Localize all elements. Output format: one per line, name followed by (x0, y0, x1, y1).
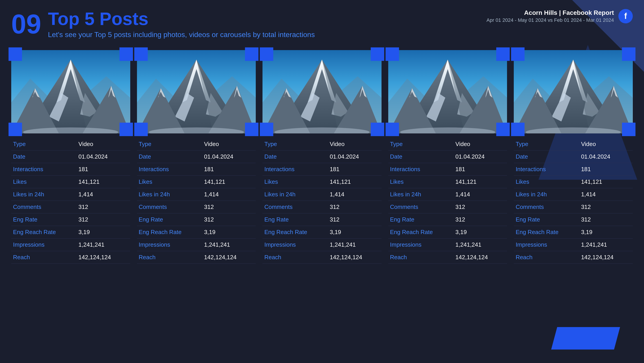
table-row: Impressions 1,241,241 (137, 238, 256, 251)
table-row: Date 01.04.2024 (388, 150, 507, 163)
table-row: Likes in 24h 1,414 (137, 188, 256, 201)
table-row: Interactions 181 (11, 163, 130, 175)
type-label: Type (514, 138, 579, 151)
post-card-4: Type Video Date 01.04.2024 Interactions … (388, 50, 507, 264)
engreachrate-value: 3,19 (76, 226, 130, 238)
post-table-3: Type Video Date 01.04.2024 Interactions … (262, 138, 382, 264)
date-value: 01.04.2024 (579, 150, 633, 163)
likes-value: 141,121 (579, 175, 633, 188)
engreachrate-value: 3,19 (202, 226, 256, 238)
header-title-block: Top 5 Posts Let's see your Top 5 posts i… (48, 9, 314, 39)
post-image-2 (137, 50, 256, 133)
table-row: Interactions 181 (388, 163, 507, 175)
type-value: Video (454, 138, 507, 151)
table-row: Reach 142,124,124 (11, 251, 130, 263)
interactions-value: 181 (202, 163, 256, 175)
table-row: Reach 142,124,124 (388, 251, 507, 263)
likes24-value: 1,414 (76, 188, 130, 201)
post-image-wrapper-3 (262, 50, 382, 133)
table-row: Likes 141,121 (11, 175, 130, 188)
engreachrate-value: 3,19 (579, 226, 633, 238)
header-dates: Apr 01 2024 - May 01 2024 vs Feb 01 2024… (486, 17, 614, 23)
table-row: Date 01.04.2024 (11, 150, 130, 163)
post-image-corner-br-3 (371, 123, 384, 136)
engrate-label: Eng Rate (137, 213, 202, 226)
date-label: Date (137, 150, 202, 163)
post-card-1: Type Video Date 01.04.2024 Interactions … (11, 50, 130, 264)
likes24-label: Likes in 24h (514, 188, 579, 201)
table-row: Eng Rate 312 (388, 213, 507, 226)
post-image-wrapper-5 (514, 50, 633, 133)
engreachrate-label: Eng Reach Rate (11, 226, 76, 238)
post-image-corner-bl-1 (8, 123, 22, 136)
reach-value: 142,124,124 (76, 251, 130, 263)
comments-label: Comments (137, 201, 202, 213)
post-image-4 (388, 50, 507, 133)
header-brand: Acorn Hills | Facebook Report (524, 9, 614, 17)
reach-label: Reach (514, 251, 579, 263)
post-table-5: Type Video Date 01.04.2024 Interactions … (514, 138, 633, 264)
type-label: Type (262, 138, 328, 151)
engrate-label: Eng Rate (11, 213, 76, 226)
post-image-1 (11, 50, 130, 133)
comments-value: 312 (328, 201, 381, 213)
impressions-label: Impressions (11, 238, 76, 251)
post-image-wrapper-1 (11, 50, 130, 133)
engreachrate-label: Eng Reach Rate (262, 226, 328, 238)
impressions-value: 1,241,241 (76, 238, 130, 251)
post-image-5 (514, 50, 633, 133)
comments-value: 312 (454, 201, 507, 213)
table-row: Eng Reach Rate 3,19 (11, 226, 130, 238)
impressions-value: 1,241,241 (579, 238, 633, 251)
table-row: Impressions 1,241,241 (514, 238, 633, 251)
date-value: 01.04.2024 (76, 150, 130, 163)
page-title: Top 5 Posts (48, 9, 314, 29)
type-label: Type (11, 138, 76, 151)
table-row: Eng Reach Rate 3,19 (262, 226, 382, 238)
likes24-value: 1,414 (328, 188, 381, 201)
table-row: Eng Reach Rate 3,19 (388, 226, 507, 238)
table-row: Comments 312 (262, 201, 382, 213)
date-value: 01.04.2024 (454, 150, 507, 163)
engreachrate-label: Eng Reach Rate (388, 226, 454, 238)
impressions-value: 1,241,241 (454, 238, 507, 251)
engreachrate-value: 3,19 (328, 226, 381, 238)
table-row: Comments 312 (11, 201, 130, 213)
interactions-value: 181 (76, 163, 130, 175)
engrate-label: Eng Rate (388, 213, 454, 226)
table-row: Eng Rate 312 (514, 213, 633, 226)
engrate-value: 312 (76, 213, 130, 226)
interactions-label: Interactions (388, 163, 454, 175)
interactions-value: 181 (579, 163, 633, 175)
page-number: 09 (11, 11, 41, 38)
post-image-corner-bl-5 (511, 123, 524, 136)
engrate-label: Eng Rate (262, 213, 328, 226)
post-image-corner-bl-3 (260, 123, 273, 136)
post-image-corner-bl-2 (134, 123, 148, 136)
likes-value: 141,121 (202, 175, 256, 188)
date-label: Date (11, 150, 76, 163)
date-value: 01.04.2024 (202, 150, 256, 163)
reach-value: 142,124,124 (454, 251, 507, 263)
interactions-label: Interactions (514, 163, 579, 175)
likes-label: Likes (137, 175, 202, 188)
likes24-value: 1,414 (579, 188, 633, 201)
type-value: Video (202, 138, 256, 151)
table-row: Reach 142,124,124 (137, 251, 256, 263)
reach-label: Reach (388, 251, 454, 263)
table-row: Impressions 1,241,241 (11, 238, 130, 251)
post-card-5: Type Video Date 01.04.2024 Interactions … (514, 50, 633, 264)
table-row: Type Video (262, 138, 382, 151)
comments-label: Comments (514, 201, 579, 213)
impressions-value: 1,241,241 (328, 238, 381, 251)
table-row: Reach 142,124,124 (514, 251, 633, 263)
engreachrate-label: Eng Reach Rate (137, 226, 202, 238)
likes24-label: Likes in 24h (262, 188, 328, 201)
interactions-value: 181 (454, 163, 507, 175)
post-image-corner-br-4 (496, 123, 510, 136)
likes24-value: 1,414 (454, 188, 507, 201)
type-label: Type (388, 138, 454, 151)
post-image-corner-br-2 (245, 123, 258, 136)
post-card-2: Type Video Date 01.04.2024 Interactions … (137, 50, 256, 264)
table-row: Likes 141,121 (137, 175, 256, 188)
